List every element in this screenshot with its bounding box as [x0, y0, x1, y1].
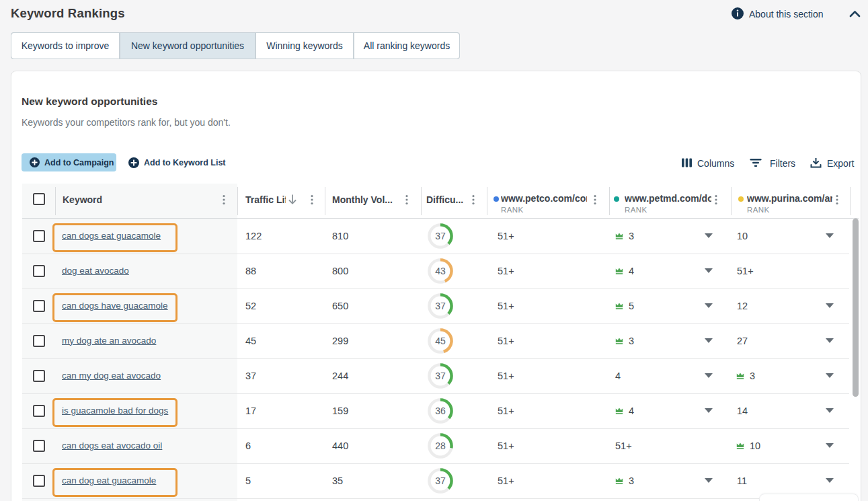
svg-text:43: 43	[435, 266, 446, 276]
svg-text:28: 28	[435, 440, 446, 451]
svg-text:37: 37	[435, 231, 446, 241]
svg-text:45: 45	[435, 336, 446, 346]
svg-text:37: 37	[435, 301, 446, 311]
svg-text:37: 37	[435, 371, 446, 381]
svg-text:37: 37	[435, 475, 446, 486]
svg-text:36: 36	[435, 406, 446, 416]
